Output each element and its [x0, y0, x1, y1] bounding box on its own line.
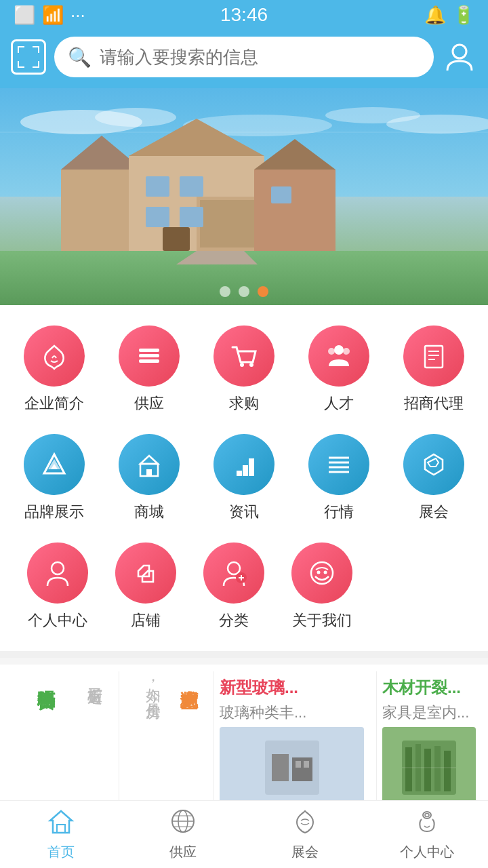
icon-expo[interactable]: 展会 — [393, 434, 474, 522]
wifi-icon: 📶 — [42, 5, 64, 26]
mall-label: 商城 — [134, 502, 164, 522]
svg-rect-48 — [237, 471, 242, 476]
svg-rect-25 — [146, 207, 169, 227]
svg-rect-50 — [249, 458, 254, 476]
icon-personal[interactable]: 个人中心 — [14, 542, 102, 631]
icon-supply[interactable]: 供应 — [108, 326, 190, 414]
expo-label: 展会 — [419, 502, 449, 522]
battery-icon: 🔋 — [453, 5, 474, 26]
about-label: 关于我们 — [292, 610, 352, 631]
svg-rect-66 — [296, 761, 301, 768]
svg-marker-75 — [50, 811, 72, 833]
agent-icon — [403, 326, 464, 387]
svg-rect-67 — [304, 761, 309, 768]
status-bar: ⬜ 📶 ··· 13:46 🔔 🔋 — [0, 0, 488, 30]
svg-rect-27 — [271, 186, 291, 203]
svg-point-35 — [334, 345, 344, 355]
svg-point-8 — [453, 45, 466, 58]
agent-label: 招商代理 — [404, 393, 464, 414]
header: 🔍 — [0, 30, 488, 88]
svg-point-34 — [249, 363, 253, 367]
svg-point-33 — [240, 363, 244, 367]
news-section: 橱柜价格贵吗 有了橱柜之后 如今，房价是 柜式空调太上 新型玻璃... 玻璃种类… — [0, 665, 488, 821]
svg-rect-28 — [163, 227, 190, 251]
search-input[interactable] — [100, 47, 420, 68]
svg-point-55 — [52, 562, 64, 574]
news3-title: 新型玻璃... — [220, 677, 364, 698]
shop-icon — [115, 542, 176, 604]
svg-rect-76 — [57, 825, 65, 833]
brand-label: 品牌展示 — [24, 502, 84, 522]
icon-talent[interactable]: 人才 — [298, 326, 380, 414]
profile-nav-icon — [413, 808, 441, 840]
icon-brand[interactable]: 品牌展示 — [14, 434, 95, 522]
status-right-icons: 🔔 🔋 — [424, 5, 474, 26]
nav-expo-label: 展会 — [291, 843, 319, 861]
supply-icon — [119, 326, 180, 387]
nav-home[interactable]: 首页 — [0, 801, 122, 868]
nav-expo[interactable]: 展会 — [244, 801, 366, 868]
icon-category[interactable]: 分类 — [190, 542, 278, 631]
svg-rect-20 — [200, 200, 254, 248]
svg-rect-3 — [38, 46, 39, 53]
icon-enterprise[interactable]: 企业简介 — [14, 326, 95, 414]
news-label: 资讯 — [229, 502, 259, 522]
bottom-nav: 首页 供应 展会 — [0, 800, 488, 868]
market-label: 行情 — [324, 502, 354, 522]
shop-label: 店铺 — [131, 610, 161, 631]
user-button[interactable] — [442, 39, 477, 75]
svg-rect-49 — [243, 465, 248, 476]
svg-point-62 — [324, 571, 327, 574]
banner-dots — [220, 286, 268, 297]
home-icon — [47, 808, 75, 840]
nav-supply[interactable]: 供应 — [122, 801, 244, 868]
icon-market[interactable]: 行情 — [298, 434, 380, 522]
svg-point-36 — [328, 348, 335, 355]
svg-rect-64 — [272, 754, 289, 781]
svg-marker-22 — [254, 139, 336, 170]
dot-3[interactable] — [258, 286, 268, 297]
svg-rect-5 — [18, 66, 24, 68]
brand-icon — [24, 434, 85, 495]
news3-desc: 玻璃种类丰... — [220, 703, 364, 723]
icons-row-2: 品牌展示 商城 资讯 行情 展会 — [0, 427, 488, 536]
svg-rect-1 — [18, 46, 19, 53]
status-left-icons: ⬜ 📶 ··· — [14, 5, 85, 26]
scan-button[interactable] — [11, 39, 46, 75]
news-col-3[interactable]: 新型玻璃... 玻璃种类丰... — [214, 671, 369, 814]
svg-rect-23 — [146, 176, 169, 197]
svg-rect-65 — [292, 757, 312, 781]
dot-2[interactable] — [239, 286, 249, 297]
icons-section: 企业简介 供应 求购 人才 招商代理 — [0, 305, 488, 651]
svg-marker-29 — [176, 251, 258, 264]
svg-rect-30 — [139, 349, 159, 352]
mall-icon — [119, 434, 180, 495]
dot-1[interactable] — [220, 286, 230, 297]
expo-nav-icon — [291, 808, 319, 840]
news-col-2[interactable]: 如今，房价是 柜式空调太上 — [119, 671, 207, 814]
icon-mall[interactable]: 商城 — [108, 434, 190, 522]
supply-nav-icon — [169, 808, 197, 840]
news3-thumb-img — [265, 741, 319, 795]
news-col-4[interactable]: 木材开裂... 家具是室内... — [376, 671, 481, 814]
banner[interactable] — [0, 88, 488, 305]
icon-about[interactable]: 关于我们 — [278, 542, 366, 631]
icons-row-1: 企业简介 供应 求购 人才 招商代理 — [0, 319, 488, 427]
news-col-1[interactable]: 橱柜价格贵吗 有了橱柜之后 — [7, 671, 112, 814]
svg-point-56 — [228, 562, 240, 574]
icon-agent[interactable]: 招商代理 — [393, 326, 474, 414]
nav-supply-label: 供应 — [169, 843, 197, 861]
icon-purchase[interactable]: 求购 — [203, 326, 285, 414]
user-icon — [445, 42, 474, 72]
icon-shop[interactable]: 店铺 — [102, 542, 190, 631]
svg-rect-24 — [180, 176, 203, 197]
news4-thumb — [382, 727, 476, 808]
talent-icon — [308, 326, 369, 387]
bell-icon: 🔔 — [424, 5, 446, 26]
icons-row-3: 个人中心 店铺 分类 关于我们 — [0, 536, 488, 644]
search-bar[interactable]: 🔍 — [54, 37, 434, 77]
about-icon — [291, 542, 352, 604]
icon-news[interactable]: 资讯 — [203, 434, 285, 522]
nav-profile[interactable]: 个人中心 — [366, 801, 488, 868]
news-col1-body: 有了橱柜之后 — [60, 677, 107, 808]
